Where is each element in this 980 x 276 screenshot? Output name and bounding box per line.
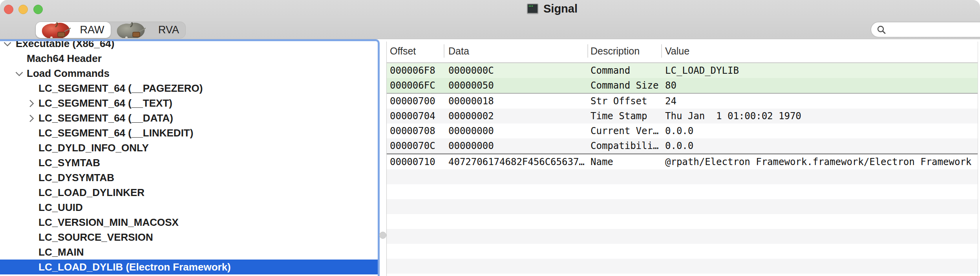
detail-table: Offset Data Description Value 000006F8 0… [387, 39, 980, 276]
disclosure-chevron-icon[interactable] [14, 68, 24, 78]
splitter-handle[interactable] [379, 232, 386, 239]
search-input[interactable] [889, 23, 980, 36]
cell-value: 24 [662, 94, 980, 109]
zoom-button[interactable] [33, 5, 43, 14]
disclosure-chevron-icon[interactable] [26, 247, 36, 257]
cell-description: Name [588, 154, 662, 169]
cell-value: Thu Jan 1 01:00:02 1970 [662, 109, 980, 123]
cell-data: 4072706174682F456C65637… [444, 154, 588, 169]
sidebar-item[interactable]: Load Commands [0, 66, 378, 81]
table-row[interactable]: 00000710 4072706174682F456C65637… Name @… [387, 154, 980, 169]
close-button[interactable] [4, 5, 13, 14]
raw-rva-segmented-control: RAW RVA [35, 22, 186, 38]
sidebar-item[interactable]: Mach64 Header [0, 51, 378, 66]
sidebar-item[interactable]: LC_DYSYMTAB [0, 170, 378, 185]
sidebar-item[interactable]: LC_LOAD_DYLIB (Electron Framework) [0, 260, 378, 274]
disclosure-chevron-icon[interactable] [26, 113, 36, 123]
cell-description: Current Ver… [588, 123, 662, 138]
cell-data: 00000000 [444, 138, 588, 153]
segment-raw-label: RAW [80, 24, 104, 36]
disclosure-chevron-icon[interactable] [26, 202, 36, 212]
sidebar-item[interactable]: LC_DYLD_INFO_ONLY [0, 140, 378, 155]
outline-sidebar: Executable (X86_64) Mach64 Header Load C… [0, 39, 380, 276]
disclosure-chevron-icon[interactable] [26, 143, 36, 153]
disclosure-chevron-icon[interactable] [26, 232, 36, 242]
sidebar-item-label: LC_MAIN [38, 245, 84, 260]
table-row[interactable]: 0000070C 00000000 Compatibili… 0.0.0 [387, 138, 980, 153]
cell-data: 0000000C [444, 63, 588, 78]
table-row[interactable]: 00000704 00000002 Time Stamp Thu Jan 1 0… [387, 109, 980, 123]
cell-offset: 00000708 [387, 123, 444, 138]
sidebar-item-label: Load Commands [27, 66, 110, 81]
empty-row [387, 229, 980, 244]
empty-row [387, 184, 980, 199]
empty-row [387, 169, 980, 184]
cell-offset: 000006FC [387, 78, 444, 93]
disclosure-chevron-icon[interactable] [2, 39, 13, 49]
disclosure-chevron-icon[interactable] [14, 53, 24, 64]
column-header-offset[interactable]: Offset [387, 44, 444, 58]
sidebar-item[interactable]: LC_SEGMENT_64 (__PAGEZERO) [0, 81, 378, 96]
table-row[interactable]: 00000700 00000018 Str Offset 24 [387, 94, 980, 109]
cell-value: 0.0.0 [662, 123, 980, 138]
sidebar-item-label: LC_DYLD_INFO_ONLY [38, 140, 149, 155]
cell-data: 00000018 [444, 94, 588, 109]
scrollbar-gutter[interactable] [978, 42, 980, 276]
disclosure-chevron-icon[interactable] [26, 172, 36, 183]
sidebar-item-label: LC_LOAD_DYLIB (Electron Framework) [38, 260, 231, 274]
sidebar-item[interactable]: LC_SEGMENT_64 (__TEXT) [0, 96, 378, 111]
disclosure-chevron-icon[interactable] [26, 98, 36, 108]
segment-raw-button[interactable]: RAW [36, 22, 111, 38]
cell-data: 00000050 [444, 78, 588, 93]
sidebar-item-label: LC_SEGMENT_64 (__TEXT) [38, 96, 172, 111]
sidebar-item[interactable]: LC_SOURCE_VERSION [0, 230, 378, 245]
table-row[interactable]: 00000708 00000000 Current Ver… 0.0.0 [387, 123, 980, 138]
cell-value: 80 [662, 78, 980, 93]
disclosure-chevron-icon[interactable] [26, 217, 36, 227]
minimize-button[interactable] [18, 5, 28, 14]
sidebar-item[interactable]: LC_SEGMENT_64 (__DATA) [0, 111, 378, 125]
cell-description: Time Stamp [588, 109, 662, 123]
sidebar-item-label: LC_SOURCE_VERSION [38, 230, 153, 245]
titlebar: Signal [527, 2, 578, 15]
sidebar-item[interactable]: LC_SYMTAB [0, 155, 378, 170]
cell-value: @rpath/Electron Framework.framework/Elec… [662, 154, 980, 169]
sidebar-item-label: Mach64 Header [27, 51, 102, 66]
sidebar-item[interactable]: Executable (X86_64) [0, 39, 378, 51]
machoview-apple-icon [40, 22, 73, 38]
sidebar-item[interactable]: LC_MAIN [0, 245, 378, 260]
segment-rva-button[interactable]: RVA [111, 22, 186, 38]
search-field[interactable] [870, 22, 980, 38]
sidebar-item-label: LC_SYMTAB [38, 155, 100, 170]
table-header-row: Offset Data Description Value [387, 39, 980, 63]
sidebar-item[interactable]: LC_LOAD_DYLINKER [0, 185, 378, 200]
column-header-data[interactable]: Data [444, 44, 588, 58]
cell-description: Compatibili… [588, 138, 662, 153]
disclosure-chevron-icon[interactable] [26, 83, 36, 93]
column-header-value[interactable]: Value [662, 44, 980, 58]
sidebar-item-label: LC_SEGMENT_64 (__PAGEZERO) [38, 81, 203, 96]
window-title: Signal [543, 2, 578, 15]
sidebar-item[interactable]: LC_SEGMENT_64 (__LINKEDIT) [0, 125, 378, 140]
cell-data: 00000002 [444, 109, 588, 123]
disclosure-chevron-icon[interactable] [26, 128, 36, 138]
table-row[interactable]: 000006FC 00000050 Command Size 80 [387, 78, 980, 93]
table-row[interactable]: 000006F8 0000000C Command LC_LOAD_DYLIB [387, 63, 980, 78]
sidebar-item[interactable]: LC_UUID [0, 200, 378, 215]
empty-row [387, 244, 980, 259]
app-window: Signal RAW [0, 0, 980, 276]
column-header-description[interactable]: Description [588, 44, 662, 58]
sidebar-item[interactable]: LC_VERSION_MIN_MACOSX [0, 215, 378, 230]
disclosure-chevron-icon[interactable] [26, 262, 36, 272]
cell-description: Str Offset [588, 94, 662, 109]
empty-row [387, 199, 980, 214]
disclosure-chevron-icon[interactable] [26, 158, 36, 168]
sidebar-item-label: LC_VERSION_MIN_MACOSX [38, 215, 179, 230]
empty-row [387, 214, 980, 229]
cell-offset: 00000704 [387, 109, 444, 123]
empty-row [387, 274, 980, 276]
search-icon [877, 25, 886, 34]
disclosure-chevron-icon[interactable] [26, 187, 36, 198]
table-body: 000006F8 0000000C Command LC_LOAD_DYLIB … [387, 63, 980, 276]
cell-offset: 00000710 [387, 154, 444, 169]
